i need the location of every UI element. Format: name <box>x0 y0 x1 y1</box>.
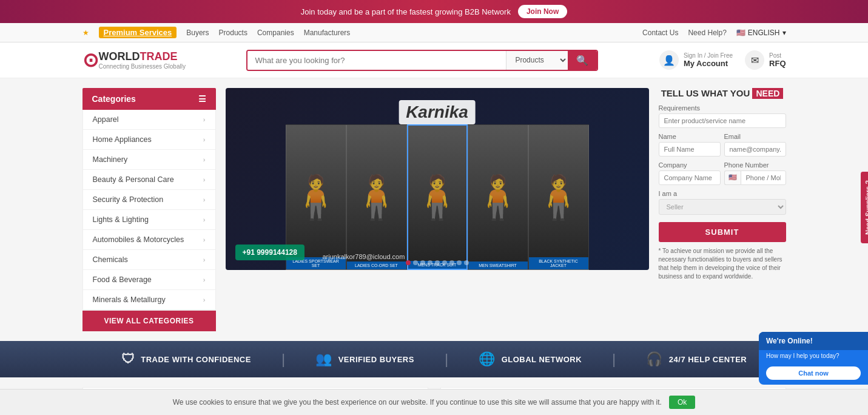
trade-icon: 🛡 <box>121 351 135 367</box>
feature-strip: 🛡 TRADE WITH CONFIDENCE | 👥 VERIFIED BUY… <box>0 341 868 377</box>
cat-machinery-arrow: › <box>203 156 206 163</box>
cat-beauty[interactable]: Beauty & Personal Care › <box>83 170 215 190</box>
nav-products-link[interactable]: Products <box>219 29 247 37</box>
need-help-link[interactable]: Need Help? <box>688 29 726 37</box>
i-am-select[interactable]: Seller Buyer <box>659 199 786 215</box>
tell-us-note: * To achieve our mission we provide all … <box>659 247 786 281</box>
cat-security[interactable]: Security & Protection › <box>83 190 215 210</box>
need-suppliers-tab[interactable]: Need Suppliers ? <box>861 172 868 243</box>
figure-2: 🧍 LADIES CO-ORD SET <box>346 124 407 270</box>
top-nav: ★ Premium Services Buyers Products Compa… <box>70 27 798 38</box>
cat-apparel-arrow: › <box>203 116 206 123</box>
view-all-categories-button[interactable]: VIEW ALL CATEGORIES <box>82 311 216 331</box>
cat-food-label: Food & Beverage <box>93 275 152 284</box>
search-category-select[interactable]: Products Companies Buyers <box>506 51 568 70</box>
logo-trade: TRADE <box>140 50 177 62</box>
dot-7[interactable] <box>449 260 454 265</box>
chat-sub: How may I help you today? <box>759 350 868 362</box>
cat-chemicals[interactable]: Chemicals › <box>83 250 215 270</box>
nav-manufacturers-link[interactable]: Manufacturers <box>304 29 351 37</box>
rfq-label: RFQ <box>769 59 786 68</box>
cat-home-arrow: › <box>203 136 206 143</box>
cat-apparel[interactable]: Apparel › <box>83 110 215 130</box>
search-input[interactable] <box>247 51 506 70</box>
company-input[interactable] <box>659 170 721 185</box>
cookie-ok-button[interactable]: Ok <box>669 396 695 409</box>
categories-title: Categories <box>92 94 136 104</box>
cat-automobiles[interactable]: Automobiles & Motorcycles › <box>83 230 215 250</box>
dot-3[interactable] <box>420 260 425 265</box>
cat-chemicals-arrow: › <box>203 256 206 263</box>
categories-panel: Categories ☰ Apparel › Home Appliances ›… <box>82 88 216 331</box>
premium-services-link[interactable]: Premium Services <box>99 27 177 38</box>
email-input[interactable] <box>724 142 786 157</box>
requirements-input[interactable] <box>659 113 786 128</box>
cat-beauty-label: Beauty & Personal Care <box>93 175 174 184</box>
cat-lights[interactable]: Lights & Lighting › <box>83 210 215 230</box>
my-account-link[interactable]: 👤 Sign In / Join Free My Account <box>659 50 733 70</box>
dot-4[interactable] <box>428 260 432 265</box>
dot-8[interactable] <box>457 260 462 265</box>
figure-5-icon: 🧍 <box>532 172 585 222</box>
cookie-text: We use cookies to ensure that we give yo… <box>173 398 662 407</box>
contact-us-link[interactable]: Contact Us <box>642 29 678 37</box>
dot-1[interactable] <box>406 260 411 265</box>
brand-name: Karnika <box>399 100 476 124</box>
figure-1-icon: 🧍 <box>289 172 342 222</box>
nav-buyers-link[interactable]: Buyers <box>186 29 209 37</box>
feature-network: 🌐 GLOBAL NETWORK <box>454 351 606 367</box>
cat-machinery-label: Machinery <box>93 155 128 164</box>
search-button[interactable]: 🔍 <box>568 51 597 70</box>
phone-input[interactable] <box>741 170 786 185</box>
join-now-button[interactable]: Join Now <box>518 5 567 18</box>
language-selector[interactable]: 🇺🇸 ENGLISH ▾ <box>736 29 786 37</box>
post-rfq-link[interactable]: ✉ Post RFQ <box>745 50 786 70</box>
submit-button[interactable]: SUBMIT <box>659 222 786 242</box>
cat-machinery[interactable]: Machinery › <box>83 150 215 170</box>
chat-button[interactable]: Chat now <box>766 366 861 380</box>
cat-home-label: Home Appliances <box>93 135 152 144</box>
company-label: Company <box>659 161 721 169</box>
categories-header: Categories ☰ <box>82 88 216 110</box>
logo-world: WORLD <box>99 50 140 62</box>
dot-2[interactable] <box>413 260 418 265</box>
hero-slider: Karnika Garments 🧍 LADIES SPORTSWEAR SET… <box>226 88 649 270</box>
sep-1: | <box>275 351 291 368</box>
cat-home-appliances[interactable]: Home Appliances › <box>83 130 215 150</box>
cat-food[interactable]: Food & Beverage › <box>83 270 215 290</box>
requirements-label: Requirements <box>659 104 786 112</box>
dot-5[interactable] <box>435 260 440 265</box>
dot-6[interactable] <box>442 260 447 265</box>
banner-text: Join today and be a part of the fastest … <box>301 7 511 16</box>
phone-row: 🇺🇸 <box>724 170 786 185</box>
name-input[interactable] <box>659 142 721 157</box>
hamburger-icon[interactable]: ☰ <box>198 94 206 104</box>
search-bar: Products Companies Buyers 🔍 <box>246 50 598 71</box>
buyers-icon: 👥 <box>315 351 332 367</box>
cat-security-arrow: › <box>203 196 206 203</box>
sign-in-label: Sign In / Join Free <box>684 52 733 59</box>
help-label: 24/7 HELP CENTER <box>669 355 747 364</box>
cat-minerals[interactable]: Minerals & Metallurgy › <box>83 290 215 310</box>
nav-companies-link[interactable]: Companies <box>257 29 294 37</box>
figure-5-label: BLACK SYNTHETIC JACKET <box>529 257 588 269</box>
sep-3: | <box>606 351 622 368</box>
buyers-label: VERIFIED BUYERS <box>338 355 414 364</box>
cat-beauty-arrow: › <box>203 176 206 183</box>
phone-flag[interactable]: 🇺🇸 <box>724 170 741 185</box>
top-banner: Join today and be a part of the fastest … <box>0 0 868 23</box>
hero-dots <box>406 260 469 265</box>
dot-9[interactable] <box>464 260 469 265</box>
tell-us-panel: TELL US WHAT YOU NEED Requirements Name … <box>659 88 786 331</box>
feature-buyers: 👥 VERIFIED BUYERS <box>291 351 439 367</box>
cat-lights-label: Lights & Lighting <box>93 215 149 224</box>
hero-contact-phone: +91 9999144128 <box>235 245 304 260</box>
cat-chemicals-label: Chemicals <box>93 255 128 264</box>
email-label: Email <box>724 133 786 140</box>
tell-us-title: TELL US WHAT YOU <box>661 88 750 98</box>
sep-2: | <box>439 351 454 368</box>
need-badge: NEED <box>752 88 783 99</box>
header: ⊙ WORLDTRADE Connecting Businesses Globa… <box>70 42 798 78</box>
cat-security-label: Security & Protection <box>93 195 164 204</box>
main-content: Categories ☰ Apparel › Home Appliances ›… <box>70 78 798 341</box>
